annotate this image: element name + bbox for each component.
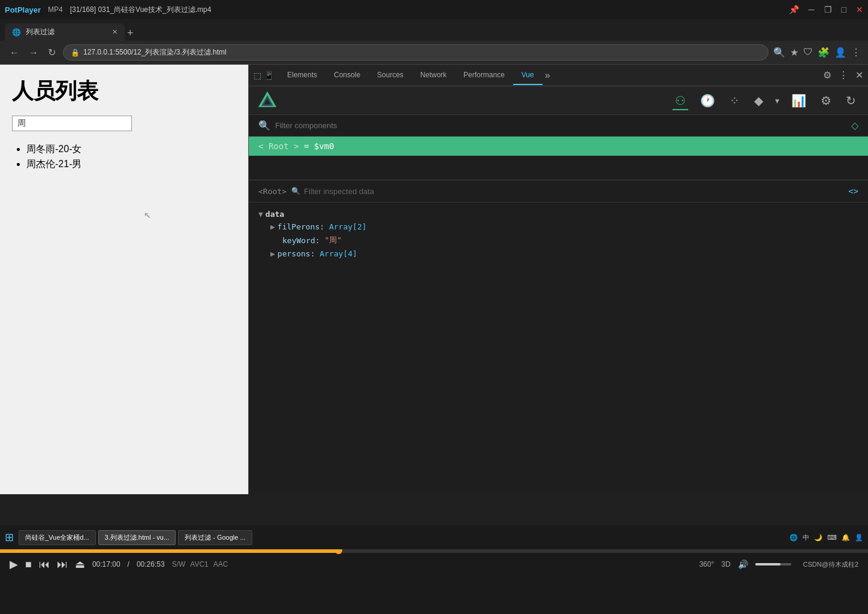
total-time: 00:26:53 [137, 560, 165, 568]
filter-input[interactable] [275, 121, 846, 130]
route-icon[interactable]: ◆ [752, 91, 765, 110]
expand-filperons-icon[interactable]: ▶ [270, 222, 275, 231]
more-tabs-icon[interactable]: » [542, 65, 553, 86]
field-type-persons: Array[4] [320, 249, 357, 258]
restore-icon[interactable]: ❐ [824, 5, 832, 14]
media-info: S/W AVC1 AAC [172, 560, 228, 568]
extensions-puzzle-icon[interactable]: 🧩 [818, 47, 830, 58]
webpage-content: 人员列表 周冬雨-20-女 周杰伦-21-男 ↖ [0, 65, 249, 494]
code-toggle-button[interactable]: <> [848, 186, 858, 196]
taskbar: ⊞ 尚硅谷_Vue全家桶d... 3.列表过滤.html - vu... 列表过… [0, 525, 868, 549]
night-mode-icon[interactable]: 🌙 [814, 534, 822, 542]
taskbar-right: 🌐 中 🌙 ⌨ 🔔 👤 [789, 533, 863, 542]
field-type-filperons: Array[2] [329, 222, 367, 231]
codec1-label: AVC1 [190, 560, 208, 568]
taskbar-item-word[interactable]: 尚硅谷_Vue全家桶d... [19, 530, 96, 545]
notification-icon[interactable]: 🔔 [842, 534, 850, 542]
keyboard-icon[interactable]: ⌨ [827, 534, 837, 542]
prev-button[interactable]: ⏮ [39, 558, 50, 571]
format-label: MP4 [48, 5, 63, 14]
3d-label: 3D [721, 560, 730, 568]
filter-diamond-icon: ◇ [851, 120, 858, 131]
progress-filled [0, 549, 339, 553]
maximize-icon[interactable]: □ [842, 5, 846, 14]
tab-console[interactable]: Console [326, 66, 369, 85]
list-item: 周杰伦-21-男 [26, 158, 236, 171]
search-input[interactable] [12, 116, 132, 131]
play-button[interactable]: ▶ [10, 558, 18, 571]
page-title: 人员列表 [12, 77, 236, 106]
reload-button[interactable]: ↻ [46, 44, 58, 61]
data-row-keyword: keyWord : "周" [270, 235, 858, 246]
field-key-filperons: filPerons [278, 222, 320, 231]
ime-mode[interactable]: 中 [803, 533, 809, 542]
component-tree-item[interactable]: < Root > = $vm0 [249, 137, 868, 156]
inspect-icon[interactable]: ⬚ [254, 71, 261, 80]
tree-operator: = [304, 141, 314, 151]
bookmark-icon[interactable]: ★ [790, 47, 798, 58]
tree-open-bracket: < [258, 141, 263, 151]
devtools-tab-bar: ⬚ 📱 Elements Console Sources Network Per… [249, 65, 868, 86]
refresh-icon[interactable]: ↻ [843, 91, 858, 110]
browser-tab-active[interactable]: 🌐 列表过滤 ✕ [5, 23, 125, 41]
close-icon[interactable]: ✕ [856, 5, 863, 14]
profile-icon[interactable]: 👤 [834, 47, 846, 58]
stop-button[interactable]: ■ [25, 558, 32, 571]
user-icon[interactable]: 👤 [855, 534, 863, 542]
file-info: [31/168] 031_尚硅谷Vue技术_列表过滤.mp4 [70, 5, 212, 15]
eject-button[interactable]: ⏏ [75, 558, 85, 571]
data-inspector: ▼ data ▶ filPerons : Array[2] keyWord : [249, 202, 868, 494]
tree-spacer [249, 156, 868, 180]
inspector-header: <Root> 🔍 Filter inspected data <> [249, 180, 868, 202]
vol-icon[interactable]: 🔊 [738, 559, 748, 569]
device-icon[interactable]: 📱 [264, 71, 274, 80]
new-tab-button[interactable]: + [127, 27, 134, 40]
window-controls: 📌 ─ ❐ □ ✕ [789, 5, 863, 14]
field-key-persons: persons [278, 249, 311, 258]
timeline-icon[interactable]: 🕐 [698, 91, 718, 110]
zoom-icon[interactable]: 🔍 [773, 47, 785, 58]
tab-performance[interactable]: Performance [455, 66, 513, 85]
progress-bar[interactable] [0, 549, 868, 553]
address-bar[interactable]: 🔒 127.0.0.1:5500/12_列表渲染/3.列表过滤.html [63, 44, 768, 61]
ime-icon[interactable]: 🌐 [789, 534, 798, 542]
search-container [12, 116, 236, 131]
tab-elements[interactable]: Elements [279, 66, 326, 85]
devtools-controls: ⚙ ⋮ ✕ [823, 69, 863, 81]
taskbar-item-chrome[interactable]: 列表过滤 - Google ... [178, 530, 252, 545]
tab-close-button[interactable]: ✕ [112, 28, 117, 36]
expand-persons-icon[interactable]: ▶ [270, 249, 275, 258]
minimize-icon[interactable]: ─ [809, 5, 815, 14]
tab-vue[interactable]: Vue [513, 66, 542, 85]
title-bar: PotPlayer MP4 [31/168] 031_尚硅谷Vue技术_列表过滤… [0, 0, 868, 19]
devtools-close-icon[interactable]: ✕ [855, 69, 863, 81]
more-options-icon[interactable]: ⋮ [839, 69, 848, 81]
next-button[interactable]: ⏭ [57, 558, 68, 571]
menu-icon[interactable]: ⋮ [851, 47, 861, 58]
start-button[interactable]: ⊞ [5, 531, 14, 544]
tab-favicon: 🌐 [12, 28, 21, 37]
media-player-bar: ▶ ■ ⏮ ⏭ ⏏ 00:17:00 / 00:26:53 S/W AVC1 A… [0, 549, 868, 614]
pin-icon[interactable]: 📌 [789, 5, 799, 14]
data-section-row: ▼ data [258, 210, 858, 219]
data-row-filperons: ▶ filPerons : Array[2] [270, 222, 858, 231]
inspector-search-icon: 🔍 [291, 187, 300, 195]
tab-sources[interactable]: Sources [369, 66, 412, 85]
media-controls: ▶ ■ ⏮ ⏭ ⏏ 00:17:00 / 00:26:53 S/W AVC1 A… [0, 553, 868, 576]
tab-network[interactable]: Network [412, 66, 455, 85]
vue-settings-icon[interactable]: ⚙ [818, 91, 834, 110]
current-time: 00:17:00 [92, 560, 120, 568]
dots-icon[interactable]: ⁘ [727, 91, 742, 110]
taskbar-item-vscode[interactable]: 3.列表过滤.html - vu... [98, 530, 176, 545]
extension-icon[interactable]: 🛡 [803, 47, 813, 58]
settings-icon[interactable]: ⚙ [823, 69, 831, 81]
component-tree-icon[interactable]: ⚇ [673, 91, 688, 110]
field-value-keyword: "周" [324, 235, 342, 246]
inspector-filter: 🔍 Filter inspected data [291, 187, 374, 196]
bar-chart-icon[interactable]: 📊 [789, 91, 809, 110]
data-section-triangle[interactable]: ▼ [258, 210, 263, 219]
volume-bar[interactable] [755, 563, 791, 565]
back-button[interactable]: ← [7, 45, 22, 61]
forward-button[interactable]: → [26, 45, 41, 61]
inspector-filter-label[interactable]: Filter inspected data [304, 187, 374, 196]
